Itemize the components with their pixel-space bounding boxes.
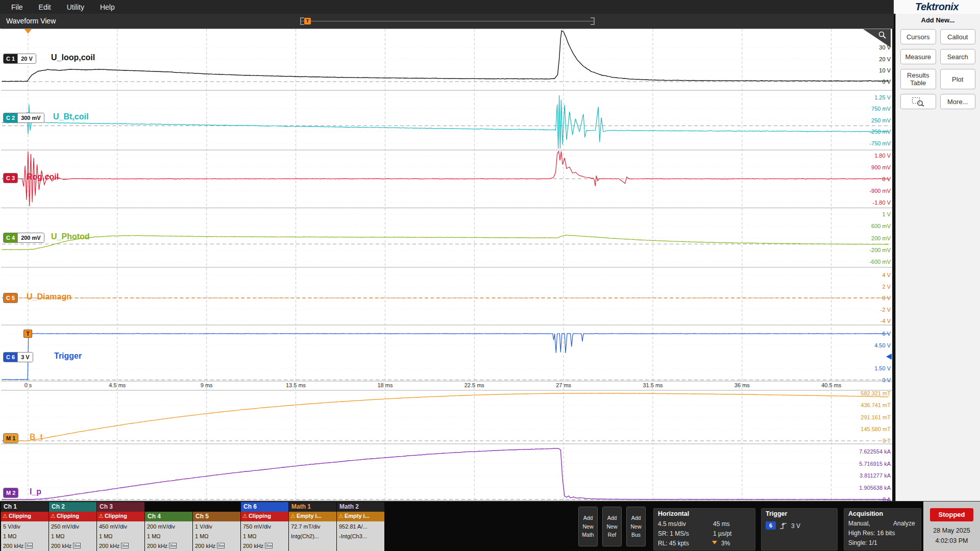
channel-id-label: C 4 xyxy=(4,233,17,242)
acquisition-title: Acquisition xyxy=(848,510,883,517)
channel-label-m2[interactable]: I_p xyxy=(30,487,41,496)
badge-math-1[interactable]: Math 1⚠Empty i...72.7 mT/divIntg(Ch2)... xyxy=(289,502,336,551)
badge-value-row: 200 kHzBw xyxy=(51,541,96,551)
channel-badge-c5[interactable]: C 5 xyxy=(3,293,18,303)
trigger-source-t-icon[interactable]: T xyxy=(23,330,32,338)
channel-label-c5[interactable]: U_Diamagn xyxy=(27,292,71,302)
acquisition-panel[interactable]: Acquisition Manual, Analyze High Res: 16… xyxy=(844,508,921,550)
more-button[interactable]: More... xyxy=(940,94,976,109)
warning-icon: ⚠ xyxy=(290,513,296,519)
window-title: Waveform View xyxy=(6,17,56,25)
warning-icon: ⚠ xyxy=(51,513,56,519)
add-new-bus-button[interactable]: Add New Bus xyxy=(626,507,646,546)
menu-file[interactable]: File xyxy=(6,3,34,11)
channel-badge-c2[interactable]: C 2300 mV xyxy=(3,113,44,123)
bandwidth-limit-icon: Bw xyxy=(121,543,129,548)
add-new-ref-button[interactable]: Add New Ref xyxy=(602,507,622,546)
channel-id-label: M 1 xyxy=(4,434,18,443)
badge-warning: ⚠Empty i... xyxy=(289,512,336,521)
badge-value-row: Intg(Ch2)... xyxy=(291,532,336,541)
badge-value-row: 5 V/div xyxy=(3,522,48,532)
acquisition-resolution: High Res: 16 bits xyxy=(848,530,895,537)
badge-value-row: 200 kHzBw xyxy=(195,541,240,551)
channel-label-c2[interactable]: U_Bt,coil xyxy=(53,112,88,121)
menu-bar: FileEditUtilityHelp xyxy=(0,0,894,14)
menu-edit[interactable]: Edit xyxy=(34,3,62,11)
channel-badge-m1[interactable]: M 1 xyxy=(3,433,18,443)
sidebar-buttons: CursorsCalloutMeasureSearchResults Table… xyxy=(896,24,980,114)
channel-badge-c1[interactable]: C 120 V xyxy=(3,54,36,64)
acquisition-single: Single: 1/1 xyxy=(848,539,877,546)
badge-ch-6[interactable]: Ch 6⚠Clipping750 mV/div1 MΩ200 kHzBw xyxy=(241,502,288,551)
channel-badge-c3[interactable]: C 3 xyxy=(3,173,18,183)
badge-values: 750 mV/div1 MΩ200 kHzBw xyxy=(241,521,288,551)
record-view-track xyxy=(301,21,594,21)
run-status-block: Stopped 28 May 2025 4:02:03 PM xyxy=(923,502,980,551)
badge-value-row: 1 V/div xyxy=(195,522,240,532)
badge-ch-5[interactable]: Ch 51 V/div1 MΩ200 kHzBw xyxy=(193,502,240,551)
badge-value-row: 200 mV/div xyxy=(147,522,192,532)
callout-button[interactable]: Callout xyxy=(940,29,976,44)
add-new-buttons: Add New MathAdd New RefAdd New Bus xyxy=(578,507,646,546)
menu-utility[interactable]: Utility xyxy=(62,3,95,11)
horizontal-title: Horizontal xyxy=(658,510,689,517)
badge-title: Ch 4 xyxy=(145,512,192,521)
status-date: 28 May 2025 xyxy=(923,527,980,534)
menu-help[interactable]: Help xyxy=(95,3,126,11)
channel-label-c1[interactable]: U_loop,coil xyxy=(51,53,95,62)
record-view-scrollbar[interactable]: T xyxy=(301,17,594,25)
badge-value-row: 200 kHzBw xyxy=(243,541,288,551)
horizontal-panel[interactable]: Horizontal 4.5 ms/div 45 ms SR: 1 MS/s 1… xyxy=(653,508,755,550)
badge-value-row: 1 MΩ xyxy=(99,532,144,541)
acquisition-mode: Manual, xyxy=(848,520,870,527)
logo-block: Tektronix xyxy=(894,0,980,14)
channel-label-c4[interactable]: U_Photod xyxy=(51,232,90,241)
badge-warning: ⚠Clipping xyxy=(49,512,96,521)
measure-button[interactable]: Measure xyxy=(900,49,936,64)
channel-label-c6[interactable]: Trigger xyxy=(54,352,82,361)
badge-value-row: 200 kHzBw xyxy=(3,541,48,551)
badge-ch-1[interactable]: Ch 1⚠Clipping5 V/div1 MΩ200 kHzBw xyxy=(1,502,48,551)
badge-ch-2[interactable]: Ch 2⚠Clipping250 mV/div1 MΩ200 kHzBw xyxy=(49,502,96,551)
search-button[interactable]: Search xyxy=(940,49,976,64)
badge-values: 72.7 mT/divIntg(Ch2)... xyxy=(289,521,336,551)
warning-icon: ⚠ xyxy=(338,513,344,519)
channel-badge-c6[interactable]: C 63 V xyxy=(3,352,33,362)
badge-value-row: 1 MΩ xyxy=(3,532,48,541)
record-view-trigger-handle[interactable]: T xyxy=(304,18,311,24)
results-table-button[interactable]: Results Table xyxy=(900,69,936,89)
trigger-level-arrow-icon[interactable] xyxy=(886,354,892,360)
zoom-mode-button[interactable] xyxy=(900,94,936,109)
magnifier-icon xyxy=(877,31,888,40)
badge-values: 450 mV/div1 MΩ200 kHzBw xyxy=(97,521,144,551)
waveform-view-titlebar: Waveform View T xyxy=(0,14,894,29)
channel-label-c3[interactable]: Rog,coil xyxy=(27,172,59,182)
channel-badge-m2[interactable]: M 2 xyxy=(3,488,18,498)
rising-edge-icon xyxy=(779,521,788,532)
badge-values: 1 V/div1 MΩ200 kHzBw xyxy=(193,521,240,551)
right-sidebar: Add New... CursorsCalloutMeasureSearchRe… xyxy=(895,14,980,501)
bandwidth-limit-icon: Bw xyxy=(169,543,177,548)
badge-math-2[interactable]: Math 2⚠Empty i...952.81 A/...-Intg(Ch3..… xyxy=(337,502,384,551)
trigger-panel[interactable]: Trigger 6 3 V xyxy=(761,508,838,550)
badge-values: 200 mV/div1 MΩ200 kHzBw xyxy=(145,521,192,551)
horizontal-window: 45 ms xyxy=(713,520,730,528)
badge-ch-3[interactable]: Ch 3⚠Clipping450 mV/div1 MΩ200 kHzBw xyxy=(97,502,144,551)
acquisition-analyze: Analyze xyxy=(893,520,915,527)
badge-value-row: 450 mV/div xyxy=(99,522,144,532)
plot-button[interactable]: Plot xyxy=(940,69,976,89)
channel-label-m1[interactable]: B_t xyxy=(30,433,43,442)
badge-value-row: 1 MΩ xyxy=(195,532,240,541)
cursors-button[interactable]: Cursors xyxy=(900,29,936,44)
badge-value-row: 250 mV/div xyxy=(51,522,96,532)
channel-badge-c4[interactable]: C 4200 mV xyxy=(3,233,44,243)
bandwidth-limit-icon: Bw xyxy=(217,543,225,548)
run-stop-button[interactable]: Stopped xyxy=(930,508,973,521)
channel-id-label: C 2 xyxy=(4,113,17,122)
badge-title: Ch 1 xyxy=(1,502,48,512)
add-new-math-button[interactable]: Add New Math xyxy=(578,507,598,546)
badge-warning: ⚠Clipping xyxy=(1,512,48,521)
trigger-level: 3 V xyxy=(791,522,800,530)
trigger-position-marker-icon[interactable] xyxy=(24,29,32,34)
badge-ch-4[interactable]: Ch 4200 mV/div1 MΩ200 kHzBw xyxy=(145,502,192,551)
